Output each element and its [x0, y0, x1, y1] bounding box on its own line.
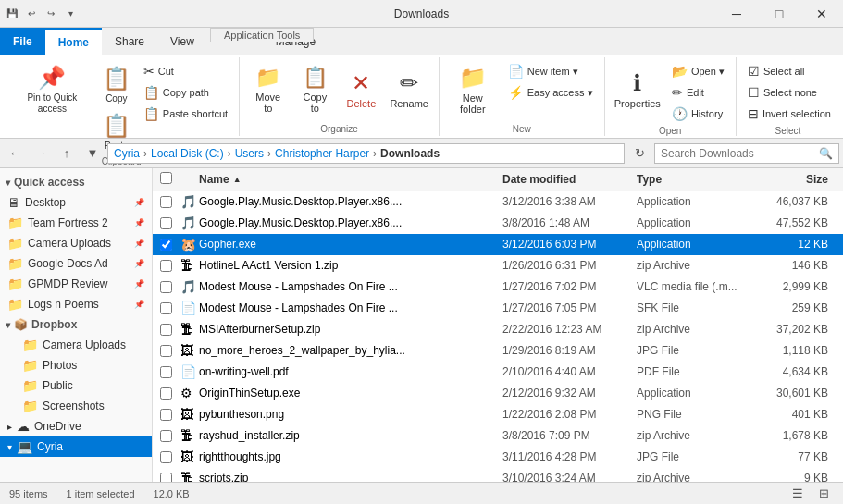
- sidebar-item-public[interactable]: 📁 Public: [0, 375, 152, 396]
- quick-access-header[interactable]: ▾ Quick access: [0, 172, 152, 192]
- sidebar-item-teamfortress[interactable]: 📁 Team Fortress 2 📌: [0, 213, 152, 233]
- sidebar-item-google-docs[interactable]: 📁 Google Docs Ad 📌: [0, 253, 152, 274]
- location-down-button[interactable]: ▼: [81, 142, 104, 165]
- history-button[interactable]: 🕐 History: [666, 104, 730, 124]
- dropbox-icon: 📦: [14, 318, 28, 331]
- file-date: 1/26/2016 6:31 PM: [502, 259, 637, 272]
- qat-undo-button[interactable]: ↩: [23, 6, 40, 22]
- tab-share[interactable]: Share: [102, 28, 157, 55]
- pin-to-quick-access-button[interactable]: 📌 Pin to Quick access: [9, 59, 95, 120]
- row-checkbox[interactable]: [160, 345, 172, 357]
- back-button[interactable]: ←: [4, 142, 26, 165]
- qat-redo-button[interactable]: ↪: [43, 6, 59, 22]
- row-checkbox[interactable]: [160, 281, 172, 293]
- table-row[interactable]: 🗜 HotlineL AAct1 Version 1.zip 1/26/2016…: [153, 255, 843, 277]
- sidebar-item-camera-uploads[interactable]: 📁 Camera Uploads 📌: [0, 233, 152, 253]
- tab-file[interactable]: File: [0, 28, 45, 55]
- breadcrumb-users[interactable]: Users: [235, 147, 264, 160]
- row-checkbox[interactable]: [160, 196, 172, 208]
- table-row[interactable]: ⚙ OriginThinSetup.exe 2/12/2016 9:32 AM …: [153, 383, 843, 404]
- table-row[interactable]: 🎵 Modest Mouse - Lampshades On Fire ... …: [153, 277, 843, 298]
- row-checkbox[interactable]: [160, 260, 172, 272]
- row-checkbox[interactable]: [160, 217, 172, 229]
- new-item-button[interactable]: 📄 New item ▾: [502, 61, 599, 81]
- row-checkbox[interactable]: [160, 302, 172, 314]
- close-button[interactable]: ✕: [800, 0, 843, 28]
- row-checkbox[interactable]: [160, 409, 172, 421]
- table-row[interactable]: 🗜 MSIAfterburnerSetup.zip 2/22/2016 12:2…: [153, 319, 843, 340]
- cut-button[interactable]: ✂ Cut: [138, 61, 233, 81]
- large-icons-view-button[interactable]: ⊞: [813, 485, 834, 503]
- forward-button[interactable]: →: [30, 142, 52, 165]
- col-name-header[interactable]: Name ▲: [199, 173, 502, 186]
- tab-view[interactable]: View: [157, 28, 207, 55]
- table-row[interactable]: 📄 on-writing-well.pdf 2/10/2016 4:40 AM …: [153, 362, 843, 383]
- sidebar-item-desktop[interactable]: 🖥 Desktop 📌: [0, 192, 152, 213]
- copy-to-button[interactable]: 📋 Copy to: [292, 59, 337, 120]
- breadcrumb-local-disk[interactable]: Local Disk (C:): [151, 147, 224, 160]
- rename-button[interactable]: ✏ Rename: [385, 59, 433, 120]
- maximize-button[interactable]: □: [758, 0, 800, 28]
- col-date-header[interactable]: Date modified: [502, 173, 637, 186]
- table-row[interactable]: 🖼 rightthoughts.jpg 3/11/2016 4:28 PM JP…: [153, 447, 843, 468]
- easy-access-button[interactable]: ⚡ Easy access ▾: [502, 82, 599, 103]
- details-view-button[interactable]: ☰: [787, 485, 808, 503]
- edit-icon: ✏: [672, 85, 683, 100]
- paste-shortcut-button[interactable]: 📋 Paste shortcut: [138, 104, 233, 124]
- copy-path-button[interactable]: 📋 Copy path: [138, 82, 233, 103]
- select-none-button[interactable]: ☐ Select none: [742, 82, 837, 103]
- copy-button[interactable]: 📋 Copy: [97, 61, 136, 107]
- search-input[interactable]: [661, 147, 819, 160]
- table-row[interactable]: 🗜 scripts.zip 3/10/2016 3:24 AM zip Arch…: [153, 468, 843, 482]
- col-size-header[interactable]: Size: [762, 173, 836, 186]
- sidebar-item-logs[interactable]: 📁 Logs n Poems 📌: [0, 294, 152, 314]
- row-checkbox[interactable]: [160, 451, 172, 463]
- select-all-button[interactable]: ☑ Select all: [742, 61, 837, 81]
- table-row[interactable]: 🖼 pybuntheson.png 1/22/2016 2:08 PM PNG …: [153, 404, 843, 425]
- row-checkbox[interactable]: [160, 239, 172, 251]
- sidebar-item-dropbox-camera[interactable]: 📁 Camera Uploads: [0, 335, 152, 355]
- dropbox-header[interactable]: ▾ 📦 Dropbox: [0, 314, 152, 335]
- row-checkbox[interactable]: [160, 473, 172, 483]
- sidebar-item-photos[interactable]: 📁 Photos: [0, 355, 152, 375]
- up-button[interactable]: ↑: [56, 142, 78, 165]
- sidebar-item-cyria[interactable]: ▾ 💻 Cyria: [0, 436, 152, 457]
- breadcrumb-cyria[interactable]: Cyria: [114, 147, 140, 160]
- table-row[interactable]: 🖼 no_more_heroes_2_wallpaper_by_hylia...…: [153, 340, 843, 362]
- file-type: zip Archive: [637, 472, 762, 482]
- breadcrumb-christopher[interactable]: Christopher Harper: [275, 147, 369, 160]
- breadcrumb[interactable]: Cyria › Local Disk (C:) › Users › Christ…: [107, 143, 625, 164]
- sidebar-item-onedrive[interactable]: ▸ ☁ OneDrive: [0, 416, 152, 436]
- table-row[interactable]: 🐹 Gopher.exe 3/12/2016 6:03 PM Applicati…: [153, 234, 843, 255]
- table-row[interactable]: 🗜 rayshud_installer.zip 3/8/2016 7:09 PM…: [153, 425, 843, 447]
- sidebar-item-gpmdp[interactable]: 📁 GPMDP Review 📌: [0, 274, 152, 294]
- table-row[interactable]: 📄 Modest Mouse - Lampshades On Fire ... …: [153, 298, 843, 319]
- edit-button[interactable]: ✏ Edit: [666, 82, 730, 103]
- open-button[interactable]: 📂 Open ▾: [666, 61, 730, 81]
- ribbon-tabs: File Home Share View Manage: [0, 28, 843, 55]
- qat-save-button[interactable]: 💾: [4, 6, 20, 22]
- delete-button[interactable]: ✕ Delete: [339, 59, 383, 120]
- search-box[interactable]: 🔍: [654, 143, 839, 164]
- tab-manage[interactable]: Manage: [263, 28, 329, 55]
- breadcrumb-downloads[interactable]: Downloads: [380, 147, 440, 160]
- new-folder-button[interactable]: 📁 New folder: [445, 59, 501, 120]
- row-checkbox[interactable]: [160, 324, 172, 336]
- history-icon: 🕐: [672, 106, 688, 121]
- row-checkbox[interactable]: [160, 366, 172, 378]
- sidebar-item-screenshots[interactable]: 📁 Screenshots: [0, 396, 152, 416]
- sidebar-item-label: Cyria: [37, 440, 63, 453]
- row-checkbox[interactable]: [160, 430, 172, 442]
- move-to-button[interactable]: 📁 Move to: [245, 59, 291, 120]
- properties-button[interactable]: ℹ Properties: [611, 59, 664, 120]
- tab-home[interactable]: Home: [45, 28, 102, 55]
- row-checkbox[interactable]: [160, 387, 172, 400]
- table-row[interactable]: 🎵 Google.Play.Music.Desktop.Player.x86..…: [153, 191, 843, 213]
- invert-selection-button[interactable]: ⊟ Invert selection: [742, 104, 837, 124]
- refresh-button[interactable]: ↻: [628, 143, 651, 164]
- qat-dropdown-button[interactable]: ▾: [62, 6, 79, 22]
- table-row[interactable]: 🎵 Google.Play.Music.Desktop.Player.x86..…: [153, 213, 843, 234]
- select-all-checkbox[interactable]: [160, 172, 172, 184]
- minimize-button[interactable]: ─: [715, 0, 758, 28]
- col-type-header[interactable]: Type: [637, 173, 762, 186]
